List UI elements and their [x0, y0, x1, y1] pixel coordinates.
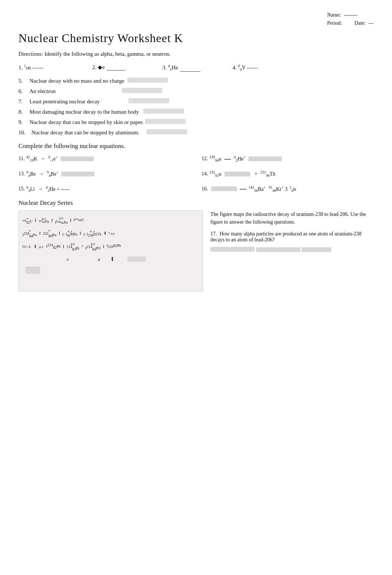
question-9: 9. Nuclear decay that can be stopped by …	[18, 119, 374, 125]
equations-title: Complete the following nuclear equations…	[18, 142, 374, 150]
date-label: Date:	[354, 20, 365, 26]
name-value: --------	[344, 12, 357, 18]
nuclear-decay-section: Nuclear Decay Series a ²³⁸92U I p,y ²³¹₉…	[18, 199, 374, 292]
decay-figure-area: a ²³⁸92U I p,y ²³¹₉₀Th I p,y Ii²³⁴₉₁Pa I…	[18, 210, 374, 292]
period-label: Period:	[327, 20, 342, 26]
equation-16: 16. — 14256Ba+ 9136Kr+ 3 10n	[202, 185, 374, 193]
equations-section: 11. 4219K → 0-1e+ 12. 23994u — 42He+	[18, 155, 374, 193]
decay-row-3: O<.f- t p,y I21482Pb I p,y 21483Bi 7 p,y…	[23, 242, 199, 251]
decay-blurred-area	[23, 266, 199, 274]
decay-right-panel: The figure maps the radioactive decay of…	[210, 210, 374, 292]
page-title: Nuclear Chemistry Worksheet K	[18, 31, 374, 45]
question-1: 1. 1₀n ------	[18, 64, 78, 71]
question-8: 8. Most damaging nuclear decay to the hu…	[18, 109, 374, 115]
equation-12: 12. 23994u — 42He+	[202, 155, 374, 163]
decay-row-1: a ²³⁸92U I p,y ²³¹₉₀Th I p,y Ii²³⁴₉₁Pa I…	[23, 216, 199, 224]
equation-11: 11. 4219K → 0-1e+	[18, 155, 190, 163]
question-6: 6. An electron	[18, 88, 374, 94]
header: Name: -------- Period: Date: ---	[18, 11, 374, 28]
question-7: 7. Least penetrating nuclear decay	[18, 98, 374, 105]
equation-13: 13. 94Be → 94Be+	[18, 170, 190, 178]
decay-diagram: a ²³⁸92U I p,y ²³¹₉₀Th I p,y Ii²³⁴₉₁Pa I…	[18, 210, 203, 292]
question-10: 10. Nuclear decay that can be stopped by…	[18, 129, 374, 136]
question-17: 17. How many alpha particles are produce…	[210, 231, 374, 253]
name-label: Name:	[327, 12, 341, 18]
question-5: 5. Nuclear decay with no mass and no cha…	[18, 78, 374, 84]
decay-series-title: Nuclear Decay Series	[18, 199, 374, 207]
date-value: ---	[368, 20, 374, 26]
decay-description: The figure maps the radioactive decay of…	[210, 210, 374, 226]
question-4: 4. 00Y ------	[233, 64, 292, 72]
equation-14: 14. 23292u + 23190Th	[202, 170, 374, 178]
question-3: 3. 42He	[162, 64, 218, 72]
equation-15: 15. 63Li → 42He + -----	[18, 185, 190, 193]
decay-row-2: a I21884Po I (- 22286Rn I a, y (- Im90Pa…	[23, 228, 199, 238]
question-2: 2. ◆e	[92, 64, 148, 70]
directions: Directions: Identify the following as al…	[18, 51, 374, 57]
decay-row-4: a p t	[23, 255, 199, 263]
